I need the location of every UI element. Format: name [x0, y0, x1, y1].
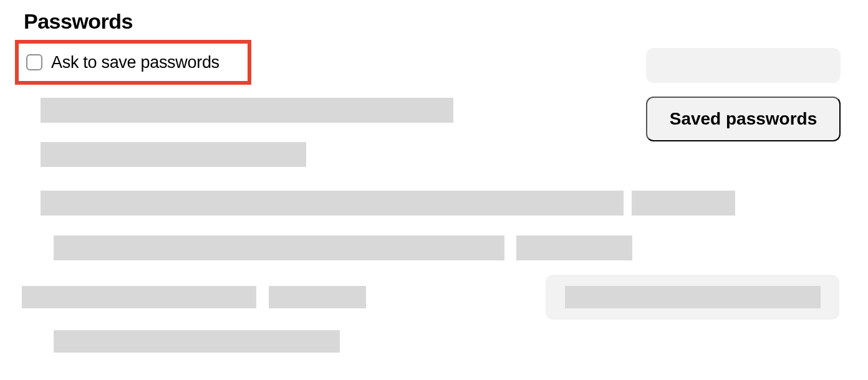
ask-to-save-passwords-checkbox[interactable] — [26, 54, 42, 70]
skeleton-bar — [54, 235, 504, 260]
ask-to-save-passwords-row[interactable]: Ask to save passwords — [15, 40, 251, 85]
skeleton-bar — [516, 235, 632, 260]
right-action-placeholder-2 — [546, 275, 839, 320]
ask-to-save-passwords-label: Ask to save passwords — [51, 53, 219, 72]
saved-passwords-button[interactable]: Saved passwords — [646, 97, 841, 141]
skeleton-bar — [41, 98, 453, 123]
skeleton-bar — [269, 286, 366, 308]
skeleton-bar — [54, 330, 340, 353]
skeleton-bar — [632, 191, 735, 216]
right-action-placeholder-1 — [646, 48, 841, 83]
skeleton-bar — [41, 191, 624, 216]
skeleton-bar — [22, 286, 256, 308]
skeleton-bar — [41, 142, 306, 167]
skeleton-bar — [565, 286, 821, 308]
passwords-heading: Passwords — [24, 9, 133, 34]
